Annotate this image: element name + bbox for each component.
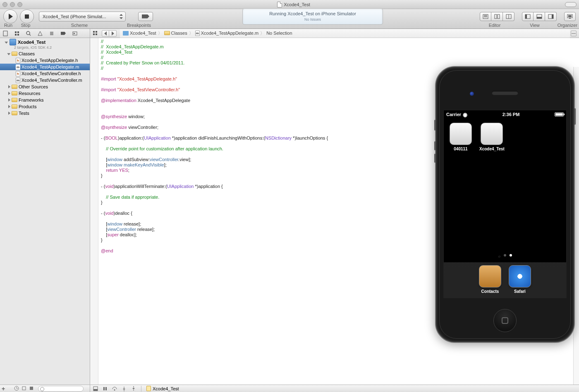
debug-thread-label: Xcode4_Test bbox=[153, 386, 179, 391]
step-out-button[interactable] bbox=[131, 386, 136, 391]
toggle-navigator-button[interactable] bbox=[522, 12, 534, 21]
crumb-selection[interactable]: No Selection bbox=[265, 31, 293, 36]
dock-app-contacts[interactable]: Contacts bbox=[479, 265, 501, 294]
svg-rect-38 bbox=[22, 387, 26, 390]
app-icon bbox=[481, 123, 503, 145]
project-root-row[interactable]: Xcode4_Test bbox=[0, 38, 90, 46]
crumb-project[interactable]: Xcode4_Test bbox=[122, 31, 158, 36]
search-navigator-button[interactable] bbox=[25, 30, 32, 37]
springboard-apps: 040111Xcode4_Test bbox=[444, 119, 566, 155]
toggle-debug-area-button[interactable] bbox=[93, 386, 98, 391]
power-button[interactable] bbox=[574, 108, 576, 125]
project-navigator[interactable]: Xcode4_Test 2 targets, iOS SDK 4.2 Class… bbox=[0, 38, 90, 392]
filter-scm-icon[interactable] bbox=[22, 386, 26, 392]
group-row[interactable]: Frameworks bbox=[0, 97, 90, 103]
toggle-assistant-split-button[interactable] bbox=[571, 31, 577, 36]
page-dot bbox=[504, 254, 506, 257]
debug-bar: Xcode4_Test bbox=[90, 385, 579, 392]
issue-navigator-button[interactable] bbox=[36, 30, 44, 37]
volume-down-button[interactable] bbox=[434, 154, 436, 163]
group-row[interactable]: Products bbox=[0, 103, 90, 110]
svg-marker-46 bbox=[123, 389, 125, 390]
group-row[interactable]: Resources bbox=[0, 90, 90, 97]
app-040111[interactable]: 040111 bbox=[450, 123, 472, 151]
crumb-file[interactable]: mXcode4_TestAppDelegate.m bbox=[194, 31, 260, 36]
disclosure-triangle-icon[interactable] bbox=[8, 85, 10, 88]
assistant-editor-button[interactable] bbox=[491, 12, 503, 21]
navigator-filter-bar: + bbox=[0, 385, 90, 392]
version-editor-button[interactable] bbox=[503, 12, 514, 21]
minimize-window-button[interactable] bbox=[10, 2, 15, 7]
pause-button[interactable] bbox=[102, 386, 108, 391]
file-row[interactable]: mXcode4_TestAppDelegate.m bbox=[0, 64, 90, 70]
related-items-button[interactable] bbox=[93, 31, 101, 36]
breakpoints-button[interactable] bbox=[138, 12, 153, 21]
mute-switch[interactable] bbox=[434, 120, 436, 131]
step-into-button[interactable] bbox=[121, 386, 127, 391]
group-classes[interactable]: Classes bbox=[0, 50, 90, 57]
svg-rect-17 bbox=[3, 31, 7, 36]
app-Xcode4_Test[interactable]: Xcode4_Test bbox=[479, 123, 505, 151]
file-row[interactable]: hXcode4_TestAppDelegate.h bbox=[0, 57, 90, 64]
toggle-utilities-button[interactable] bbox=[545, 12, 557, 21]
group-row[interactable]: Other Sources bbox=[0, 83, 90, 90]
group-label: Resources bbox=[19, 91, 41, 96]
scheme-selector[interactable]: Xcode4_Test (iPhone Simulat... bbox=[39, 12, 126, 21]
file-row[interactable]: mXcode4_TestViewController.m bbox=[0, 77, 90, 83]
svg-rect-9 bbox=[525, 14, 527, 19]
svg-rect-32 bbox=[93, 33, 95, 35]
svg-marker-29 bbox=[74, 33, 75, 34]
group-label: Classes bbox=[19, 51, 35, 56]
symbol-navigator-button[interactable] bbox=[13, 30, 21, 37]
spotlight-dot-icon: ⌕ bbox=[498, 254, 500, 258]
zoom-window-button[interactable] bbox=[17, 2, 22, 7]
page-indicator[interactable]: ⌕ bbox=[444, 254, 566, 258]
disclosure-triangle-icon[interactable] bbox=[7, 53, 10, 55]
organizer-label: Organizer bbox=[556, 23, 579, 28]
standard-editor-button[interactable] bbox=[480, 12, 491, 21]
close-window-button[interactable] bbox=[2, 2, 7, 7]
filter-unsaved-icon[interactable] bbox=[29, 386, 34, 392]
project-navigator-button[interactable] bbox=[2, 30, 9, 37]
arrow-right-icon bbox=[112, 31, 114, 36]
filter-recent-icon[interactable] bbox=[14, 386, 19, 392]
run-button[interactable] bbox=[3, 10, 17, 24]
editor-label: Editor bbox=[476, 23, 514, 28]
dock-app-safari[interactable]: Safari bbox=[509, 265, 531, 294]
breakpoint-navigator-button[interactable] bbox=[60, 30, 67, 37]
organizer-button[interactable] bbox=[564, 12, 576, 21]
home-button[interactable] bbox=[493, 309, 517, 332]
simulator-screen[interactable]: Carrier ◉ 2:36 PM 040111Xcode4_Test ⌕ Co… bbox=[443, 110, 567, 298]
disclosure-triangle-icon[interactable] bbox=[8, 112, 10, 115]
add-button[interactable]: + bbox=[2, 385, 5, 392]
toolbar-toggle-button[interactable] bbox=[565, 2, 577, 7]
go-forward-button[interactable] bbox=[109, 30, 117, 37]
app-label: Xcode4_Test bbox=[479, 147, 505, 151]
stop-button[interactable] bbox=[20, 10, 34, 24]
jump-bar[interactable]: Xcode4_Test 〉 Classes 〉 mXcode4_TestAppD… bbox=[120, 29, 570, 38]
disclosure-triangle-icon[interactable] bbox=[8, 92, 10, 95]
group-row[interactable]: Tests bbox=[0, 110, 90, 116]
disclosure-triangle-icon[interactable] bbox=[8, 98, 10, 102]
volume-up-button[interactable] bbox=[434, 141, 436, 150]
crumb-group[interactable]: Classes bbox=[163, 31, 189, 36]
svg-point-47 bbox=[124, 390, 124, 391]
toggle-debug-button[interactable] bbox=[534, 12, 545, 21]
springboard-dock: ContactsSafari bbox=[444, 262, 566, 298]
iphone-simulator-window[interactable]: Carrier ◉ 2:36 PM 040111Xcode4_Test ⌕ Co… bbox=[435, 66, 575, 343]
file-row[interactable]: hXcode4_TestViewController.h bbox=[0, 70, 90, 77]
go-back-button[interactable] bbox=[102, 30, 109, 37]
file-icon: m bbox=[16, 64, 20, 70]
svg-marker-49 bbox=[132, 387, 135, 389]
debug-navigator-button[interactable] bbox=[48, 30, 55, 37]
step-over-button[interactable] bbox=[112, 386, 117, 391]
navigator-filter-field[interactable] bbox=[38, 386, 84, 392]
home-icon bbox=[502, 317, 508, 324]
debug-thread-crumb[interactable]: Xcode4_Test bbox=[146, 386, 179, 391]
disclosure-triangle-icon[interactable] bbox=[5, 42, 8, 44]
editor-gutter[interactable] bbox=[90, 38, 98, 392]
scheme-value: Xcode4_Test (iPhone Simulat... bbox=[43, 14, 106, 19]
log-navigator-button[interactable] bbox=[71, 30, 79, 37]
file-name: Xcode4_TestAppDelegate.m bbox=[22, 64, 79, 69]
disclosure-triangle-icon[interactable] bbox=[8, 105, 10, 108]
